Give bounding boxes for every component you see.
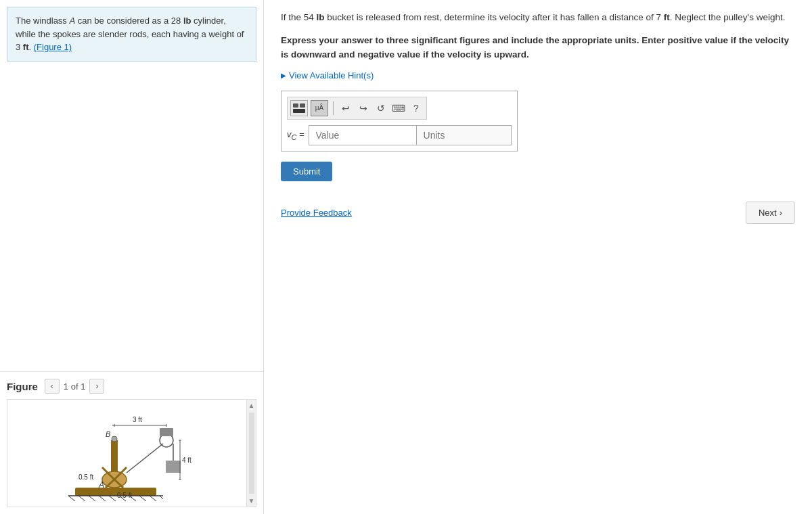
scroll-track: [249, 413, 254, 494]
left-panel: The windlass A can be considered as a 28…: [0, 0, 264, 514]
mu-label: μÂ: [315, 104, 323, 112]
svg-rect-36: [293, 103, 298, 108]
svg-line-19: [127, 444, 163, 473]
svg-text:0.5 ft: 0.5 ft: [78, 473, 93, 481]
svg-rect-21: [160, 428, 173, 436]
redo-icon[interactable]: ↪: [356, 101, 371, 116]
figure-title: Figure: [7, 381, 38, 392]
toolbar-separator: [333, 101, 334, 115]
figure-header: Figure ‹ 1 of 1 ›: [7, 379, 256, 394]
problem-description-box: The windlass A can be considered as a 28…: [7, 7, 256, 62]
answer-toolbar: μÂ ↩ ↪ ↺ ⌨ ?: [287, 97, 427, 120]
svg-point-24: [112, 436, 117, 442]
svg-rect-38: [293, 109, 305, 113]
question-bold-text: Express your answer to three significant…: [281, 33, 795, 62]
provide-feedback-label: Provide Feedback: [281, 208, 352, 218]
svg-rect-37: [300, 103, 305, 108]
next-button[interactable]: Next ›: [746, 202, 795, 224]
bottom-row: Provide Feedback Next ›: [281, 202, 795, 224]
figure-scrollbar: ▲ ▼: [246, 400, 256, 507]
next-label: Next: [759, 208, 777, 218]
svg-line-4: [89, 496, 95, 501]
provide-feedback-link[interactable]: Provide Feedback: [281, 208, 352, 218]
hints-label: View Available Hint(s): [289, 70, 374, 80]
svg-rect-23: [166, 461, 181, 473]
figure-section: Figure ‹ 1 of 1 ›: [0, 371, 263, 514]
figure-nav: ‹ 1 of 1 ›: [45, 379, 105, 394]
next-chevron-icon: ›: [780, 208, 782, 218]
help-icon[interactable]: ?: [409, 101, 424, 116]
figure-nav-label: 1 of 1: [64, 381, 86, 392]
scroll-up-arrow[interactable]: ▲: [246, 400, 256, 411]
value-input[interactable]: [309, 125, 417, 145]
svg-line-2: [68, 496, 75, 501]
input-row: vC =: [287, 125, 512, 145]
question-main-text: If the 54 lb bucket is released from res…: [281, 10, 795, 25]
figure-prev-button[interactable]: ‹: [45, 379, 60, 394]
svg-line-6: [109, 496, 116, 501]
submit-button[interactable]: Submit: [281, 162, 332, 181]
svg-text:0.5 ft: 0.5 ft: [117, 492, 132, 499]
scroll-down-arrow[interactable]: ▼: [246, 495, 256, 507]
svg-text:B: B: [106, 430, 110, 438]
figure-image: A B: [7, 399, 256, 507]
equation-label: vC =: [287, 129, 304, 141]
refresh-icon[interactable]: ↺: [374, 101, 388, 116]
svg-text:4 ft: 4 ft: [182, 457, 191, 464]
svg-text:A: A: [98, 480, 104, 490]
figure-svg: A B: [7, 400, 256, 507]
svg-line-3: [78, 496, 85, 501]
right-panel: If the 54 lb bucket is released from res…: [264, 0, 812, 514]
figure-next-button[interactable]: ›: [89, 379, 104, 394]
undo-icon[interactable]: ↩: [338, 101, 353, 116]
svg-text:3 ft: 3 ft: [133, 416, 142, 423]
svg-line-9: [139, 496, 146, 501]
view-hints-link[interactable]: View Available Hint(s): [281, 70, 795, 80]
answer-box: μÂ ↩ ↪ ↺ ⌨ ? vC =: [281, 91, 518, 151]
keyboard-icon[interactable]: ⌨: [391, 101, 406, 116]
figure-link[interactable]: (Figure 1): [34, 42, 72, 52]
units-input[interactable]: [417, 125, 512, 145]
toolbar-layout-btn[interactable]: [290, 100, 308, 116]
svg-line-10: [150, 496, 156, 501]
toolbar-mu-btn[interactable]: μÂ: [311, 100, 328, 116]
svg-line-5: [99, 496, 106, 501]
